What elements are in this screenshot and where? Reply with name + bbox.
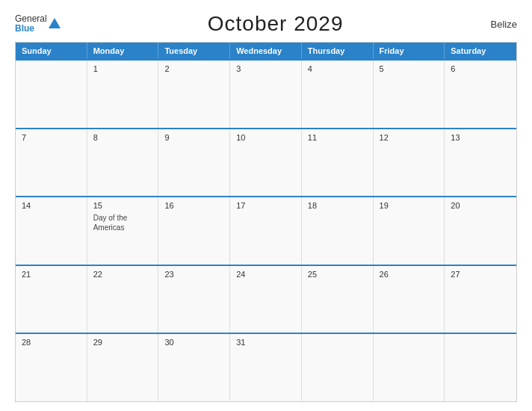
- header-sunday: Sunday: [16, 43, 87, 59]
- calendar-row-1: 1 2 3 4 5 6: [16, 59, 516, 128]
- calendar-row-5: 28 29 30 31: [16, 333, 516, 401]
- month-title: October 2029: [208, 12, 344, 36]
- cell-oct-1: 1: [87, 61, 159, 128]
- header-thursday: Thursday: [302, 43, 374, 59]
- calendar-row-3: 14 15 Day of the Americas 16 17 18 19 20: [16, 196, 516, 265]
- header-monday: Monday: [87, 43, 159, 59]
- cell-oct-24: 24: [230, 266, 302, 333]
- header-wednesday: Wednesday: [230, 43, 302, 59]
- cell-oct-16: 16: [158, 197, 230, 265]
- cell-oct-30: 30: [158, 334, 230, 401]
- cell-oct-26: 26: [374, 266, 445, 333]
- cell-oct-23: 23: [158, 266, 230, 333]
- header-tuesday: Tuesday: [158, 43, 230, 59]
- cell-oct-12: 12: [374, 129, 445, 197]
- cell-oct-8: 8: [87, 129, 159, 197]
- calendar-row-4: 21 22 23 24 25 26 27: [16, 265, 516, 333]
- cell-oct-28: 28: [16, 334, 87, 401]
- logo-blue-text: Blue: [15, 24, 47, 34]
- logo-triangle-icon: [49, 18, 61, 28]
- cell-oct-2: 2: [158, 61, 230, 128]
- calendar: Sunday Monday Tuesday Wednesday Thursday…: [15, 42, 517, 402]
- cell-oct-27: 27: [445, 266, 516, 333]
- cell-oct-7: 7: [16, 129, 87, 197]
- cell-empty-1: [16, 61, 87, 128]
- cell-oct-6: 6: [445, 61, 516, 128]
- calendar-header: Sunday Monday Tuesday Wednesday Thursday…: [16, 43, 516, 59]
- event-day-of-americas: Day of the Americas: [93, 213, 152, 232]
- cell-empty-2: [302, 334, 374, 401]
- cell-empty-3: [374, 334, 445, 401]
- cell-oct-18: 18: [302, 197, 374, 265]
- cell-oct-31: 31: [230, 334, 302, 401]
- country-label: Belize: [491, 19, 517, 30]
- cell-oct-3: 3: [230, 61, 302, 128]
- cell-oct-21: 21: [16, 266, 87, 333]
- cell-oct-14: 14: [16, 197, 87, 265]
- top-bar: General Blue October 2029 Belize: [15, 12, 517, 36]
- calendar-row-2: 7 8 9 10 11 12 13: [16, 128, 516, 197]
- cell-oct-11: 11: [302, 129, 374, 197]
- cell-oct-25: 25: [302, 266, 374, 333]
- cell-oct-13: 13: [445, 129, 516, 197]
- cell-oct-19: 19: [374, 197, 445, 265]
- cell-oct-4: 4: [302, 61, 374, 128]
- cell-oct-10: 10: [230, 129, 302, 197]
- cell-empty-4: [445, 334, 516, 401]
- cell-oct-17: 17: [230, 197, 302, 265]
- cell-oct-9: 9: [158, 129, 230, 197]
- cell-oct-22: 22: [87, 266, 159, 333]
- cell-oct-15: 15 Day of the Americas: [87, 197, 159, 265]
- header-saturday: Saturday: [445, 43, 516, 59]
- cell-oct-20: 20: [445, 197, 516, 265]
- logo: General Blue: [15, 14, 61, 34]
- calendar-body: 1 2 3 4 5 6 7 8 9 10 11 12 13 14: [16, 59, 516, 401]
- header-friday: Friday: [374, 43, 445, 59]
- cell-oct-29: 29: [87, 334, 159, 401]
- logo-text: General Blue: [15, 14, 47, 34]
- cell-oct-5: 5: [374, 61, 445, 128]
- page: General Blue October 2029 Belize Sunday …: [0, 0, 532, 411]
